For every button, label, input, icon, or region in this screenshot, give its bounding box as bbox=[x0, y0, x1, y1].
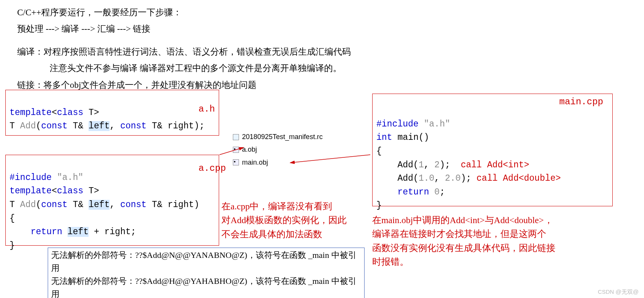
intro-line-3: 编译：对程序按照语言特性进行词法、语法、语义分析，错误检查无误后生成汇编代码 bbox=[17, 44, 627, 60]
label-acpp: a.cpp bbox=[199, 163, 226, 173]
file-item: a.obj bbox=[233, 143, 323, 156]
file-icon bbox=[233, 159, 239, 165]
file-label: a.obj bbox=[242, 143, 257, 156]
file-label: 20180925Test_manifest.rc bbox=[242, 131, 323, 143]
label-main: main.cpp bbox=[559, 97, 603, 107]
error-line: 无法解析的外部符号：??$Add@N@@YANABNO@Z)，该符号在函数 _m… bbox=[51, 249, 361, 275]
code-box-main: #include "a.h" int main() { Add(1, 2); c… bbox=[372, 94, 613, 206]
file-label: main.obj bbox=[242, 156, 268, 169]
file-icon bbox=[233, 134, 239, 140]
file-item: main.obj bbox=[233, 156, 323, 169]
code-box-acpp: #include "a.h" template<class T> T Add(c… bbox=[5, 155, 219, 246]
intro-text: C/C++程序要运行，一般要经历一下步骤： 预处理 ---> 编译 ---> 汇… bbox=[17, 5, 627, 93]
intro-line-2: 预处理 ---> 编译 ---> 汇编 ---> 链接 bbox=[17, 21, 627, 37]
label-ah: a.h bbox=[199, 104, 215, 114]
error-box: 无法解析的外部符号：??$Add@N@@YANABNO@Z)，该符号在函数 _m… bbox=[48, 248, 365, 298]
error-line: 无法解析的外部符号：??$Add@H@@YAHABHO@Z)，该符号在函数 _m… bbox=[51, 275, 361, 298]
file-list: 20180925Test_manifest.rc a.obj main.obj bbox=[233, 131, 323, 169]
watermark: CSDN @无双@ bbox=[598, 288, 639, 296]
file-icon bbox=[233, 147, 239, 153]
file-item: 20180925Test_manifest.rc bbox=[233, 131, 323, 143]
code-box-ah: template<class T> T Add(const T& left, c… bbox=[5, 90, 219, 136]
annotation-acpp: 在a.cpp中，编译器没有看到 对Add模板函数的实例化，因此 不会生成具体的加… bbox=[221, 199, 347, 241]
annotation-main: 在main.obj中调用的Add<int>与Add<double>， 编译器在链… bbox=[372, 213, 555, 269]
intro-line-4: 注意头文件不参与编译 编译器对工程中的多个源文件是分离开单独编译的。 bbox=[17, 60, 627, 76]
intro-line-1: C/C++程序要运行，一般要经历一下步骤： bbox=[17, 5, 627, 20]
